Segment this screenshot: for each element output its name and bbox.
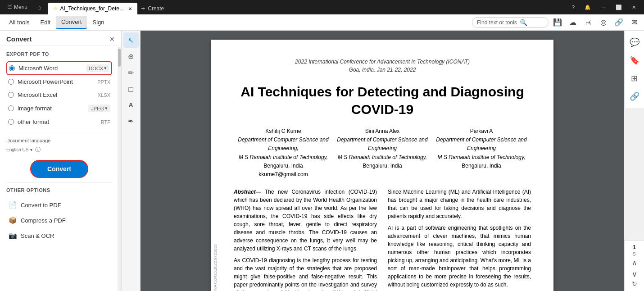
compress-pdf-label: Compress a PDF	[21, 217, 66, 224]
panel-title: Convert	[6, 35, 32, 43]
menubar-right: Find text or tools 🔍 💾 ☁ 🖨 ◎ 🔗 ✉	[472, 16, 640, 29]
menu-sign[interactable]: Sign	[87, 16, 109, 28]
format-option-other[interactable]: other format RTF	[6, 115, 112, 128]
scan-icon[interactable]: ◎	[597, 16, 610, 29]
convert-to-pdf-option[interactable]: 📄 Convert to PDF	[6, 197, 112, 213]
language-select[interactable]: English US ▾	[6, 147, 32, 152]
menu-convert[interactable]: Convert	[56, 16, 87, 29]
format-label-other: other format	[18, 118, 99, 125]
plus-icon: +	[141, 5, 145, 13]
divider-1	[6, 133, 112, 133]
info-icon[interactable]: ⓘ	[35, 146, 41, 154]
notification-button[interactable]: 🔔	[580, 3, 595, 12]
attachments-button[interactable]: 🔗	[626, 88, 643, 105]
format-ext-image[interactable]: JPEG ▾	[88, 105, 110, 112]
draw-tool[interactable]: ✏	[123, 65, 139, 80]
scan-ocr-option[interactable]: 📷 Scan & OCR	[6, 228, 112, 243]
convert-button[interactable]: Convert	[30, 160, 88, 178]
right-panel: 💬 🔖 ⊞ 🔗	[624, 31, 644, 108]
format-radio-excel[interactable]	[8, 92, 14, 98]
tab-area: ☆ AI_Techniques_for_Dete... ✕ + Create	[48, 0, 564, 14]
page-panel: 1 5 ∧ ∨ ↻	[624, 240, 644, 291]
page-down-button[interactable]: ∨	[631, 269, 638, 279]
new-tab-button[interactable]: + Create	[137, 3, 168, 14]
search-icon: 🔍	[520, 19, 527, 26]
format-label-excel: Microsoft Excel	[18, 91, 96, 98]
maximize-button[interactable]: ⬜	[611, 3, 626, 12]
text-ocr-tool[interactable]: A	[123, 97, 139, 113]
pdf-viewer[interactable]: DOI: 10.1109/ICONAT53423.2022.9725835 20…	[141, 31, 624, 291]
zoom-tool[interactable]: ⊕	[123, 49, 139, 64]
tab-title: AI_Techniques_for_Dete...	[60, 5, 124, 12]
tab-close-button[interactable]: ✕	[128, 6, 132, 11]
select-tool[interactable]: ↖	[123, 32, 139, 48]
tab-active[interactable]: ☆ AI_Techniques_for_Dete... ✕	[48, 3, 137, 14]
divider-2	[6, 182, 112, 183]
abstract-col1-p1: Abstract— The new Coronavirus infection …	[234, 188, 377, 253]
export-label: EXPORT PDF TO	[6, 51, 112, 57]
tools-strip: ↖ ⊕ ✏ ◻ A ✒	[122, 31, 141, 291]
sidebar-scrollbar[interactable]	[118, 47, 121, 291]
format-radio-other[interactable]	[8, 119, 14, 125]
format-label-image: image format	[18, 105, 88, 112]
dropdown-arrow-image: ▾	[105, 105, 108, 111]
format-label-ppt: Microsoft PowerPoint	[18, 78, 95, 85]
menu-edit[interactable]: Edit	[35, 16, 56, 28]
doi-strip: DOI: 10.1109/ICONAT53423.2022.9725835	[211, 242, 219, 291]
format-option-ppt[interactable]: Microsoft PowerPoint PPTX	[6, 75, 112, 88]
format-option-word[interactable]: Microsoft Word DOCX ▾	[6, 61, 112, 75]
convert-pdf-icon: 📄	[8, 201, 17, 209]
menubar: All tools Edit Convert Sign Find text or…	[0, 14, 644, 31]
author-3: Parkavi A Department of Computer Science…	[432, 127, 531, 179]
tab-star-icon: ☆	[53, 6, 58, 12]
format-radio-ppt[interactable]	[8, 79, 14, 85]
authors-section: Kshitij C Kurne Department of Computer S…	[234, 127, 531, 179]
menu-label: Menu	[14, 4, 27, 10]
panel-content: EXPORT PDF TO Microsoft Word DOCX ▾ Micr…	[0, 46, 121, 291]
panel-close-button[interactable]: ✕	[109, 36, 115, 43]
format-option-image[interactable]: image format JPEG ▾	[6, 101, 112, 115]
doc-lang-label: Document language	[6, 138, 112, 143]
format-option-excel[interactable]: Microsoft Excel XLSX	[6, 88, 112, 101]
convert-panel: Convert ✕ EXPORT PDF TO Microsoft Word D…	[0, 31, 122, 291]
email-icon[interactable]: ✉	[628, 16, 640, 29]
help-button[interactable]: ?	[567, 3, 579, 12]
page-current: 1	[633, 244, 636, 250]
eraser-tool[interactable]: ◻	[123, 81, 139, 96]
format-radio-image[interactable]	[8, 105, 14, 111]
refresh-button[interactable]: ↻	[632, 280, 637, 287]
search-bar[interactable]: Find text or tools 🔍	[472, 17, 549, 28]
page-total: 5	[633, 251, 635, 257]
menu-all-tools[interactable]: All tools	[4, 16, 35, 28]
create-label: Create	[148, 5, 164, 12]
link-icon[interactable]: 🔗	[612, 16, 625, 29]
print-icon[interactable]: 🖨	[582, 16, 594, 29]
minimize-button[interactable]: —	[596, 3, 610, 12]
pages-button[interactable]: ⊞	[626, 70, 643, 86]
menu-button[interactable]: ☰ Menu	[4, 2, 31, 12]
home-button[interactable]: ⌂	[35, 2, 44, 13]
author-2: Sini Anna Alex Department of Computer Sc…	[333, 127, 432, 179]
compress-pdf-option[interactable]: 📦 Compress a PDF	[6, 213, 112, 228]
language-value: English US	[6, 147, 28, 152]
bookmarks-button[interactable]: 🔖	[626, 52, 643, 68]
main-area: Convert ✕ EXPORT PDF TO Microsoft Word D…	[0, 31, 644, 291]
upload-icon[interactable]: ☁	[567, 16, 579, 29]
compress-pdf-icon: 📦	[8, 216, 17, 224]
scan-ocr-label: Scan & OCR	[21, 232, 54, 239]
format-ext-excel: XLSX	[98, 92, 110, 98]
paper-title: AI Techniques for Detecting and Diagnosi…	[234, 83, 531, 118]
search-label: Find text or tools	[477, 19, 517, 26]
format-ext-word[interactable]: DOCX ▾	[86, 64, 109, 72]
format-radio-word[interactable]	[9, 65, 15, 71]
comments-button[interactable]: 💬	[626, 34, 643, 50]
close-button[interactable]: ✕	[627, 3, 640, 12]
abstract-section: Abstract— The new Coronavirus infection …	[234, 188, 531, 291]
page-up-button[interactable]: ∧	[631, 258, 638, 268]
save-icon[interactable]: 💾	[551, 16, 564, 29]
titlebar: ☰ Menu ⌂ ☆ AI_Techniques_for_Dete... ✕ +…	[0, 0, 644, 14]
format-ext-other: RTF	[101, 119, 110, 125]
signature-tool[interactable]: ✒	[123, 114, 139, 129]
hamburger-icon: ☰	[7, 4, 12, 10]
lang-dropdown-arrow: ▾	[30, 147, 32, 152]
